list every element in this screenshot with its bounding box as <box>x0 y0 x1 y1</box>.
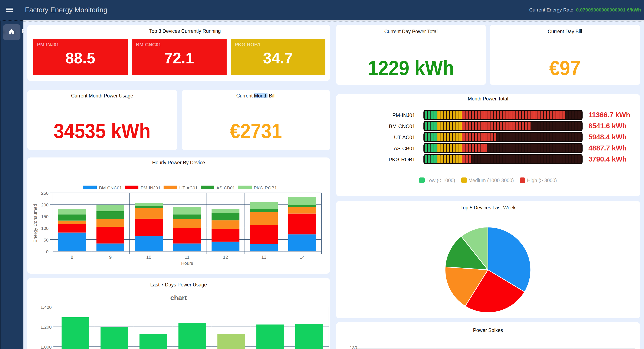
svg-text:12: 12 <box>223 255 228 260</box>
svg-text:Hours: Hours <box>181 261 193 266</box>
svg-text:50: 50 <box>44 238 48 242</box>
svg-text:4887.7 kWh: 4887.7 kWh <box>588 144 626 152</box>
svg-text:14: 14 <box>300 255 304 260</box>
svg-text:PM-INJ01: PM-INJ01 <box>392 112 415 118</box>
svg-text:13: 13 <box>261 255 266 260</box>
svg-text:10: 10 <box>146 255 151 260</box>
svg-text:5948.4 kWh: 5948.4 kWh <box>588 133 626 141</box>
svg-text:9: 9 <box>109 255 112 260</box>
svg-text:11366.7 kWh: 11366.7 kWh <box>588 111 630 119</box>
svg-text:3790.4 kWh: 3790.4 kWh <box>588 155 626 163</box>
svg-text:Energy Consumed: Energy Consumed <box>32 204 38 243</box>
svg-text:BM-CNC01: BM-CNC01 <box>389 123 415 129</box>
svg-text:8541.6 kWh: 8541.6 kWh <box>588 122 626 130</box>
svg-text:1,000: 1,000 <box>40 345 52 349</box>
svg-text:250: 250 <box>41 191 48 196</box>
svg-text:200: 200 <box>41 202 48 207</box>
svg-text:UT-AC01: UT-AC01 <box>394 134 415 140</box>
svg-text:8: 8 <box>70 255 73 260</box>
svg-text:100: 100 <box>41 226 48 231</box>
svg-text:PKG-ROB1: PKG-ROB1 <box>388 157 415 162</box>
svg-text:1,200: 1,200 <box>40 325 52 330</box>
svg-text:11: 11 <box>184 255 189 260</box>
svg-text:0: 0 <box>46 249 48 254</box>
svg-text:150: 150 <box>41 214 48 219</box>
svg-text:AS-CB01: AS-CB01 <box>394 146 415 151</box>
svg-text:1,400: 1,400 <box>40 305 52 310</box>
